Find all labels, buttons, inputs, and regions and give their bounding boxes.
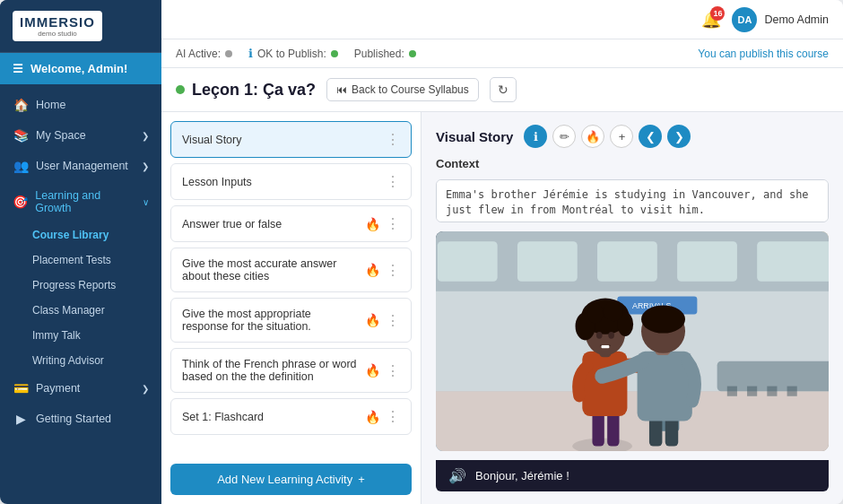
activity-icons: 🔥 ⋮	[365, 408, 400, 425]
ok-publish-label: OK to Publish:	[257, 48, 326, 60]
sidebar-item-getting-started[interactable]: ▶ Getting Started	[0, 404, 161, 434]
activity-icons: 🔥 ⋮	[365, 362, 400, 379]
dots-menu-icon[interactable]: ⋮	[386, 408, 400, 425]
nav-label-learning: Learning and Growth	[35, 189, 135, 214]
chevron-down-icon: ∨	[143, 197, 149, 207]
back-btn-label: Back to Course Syllabus	[352, 83, 469, 96]
nav-label-payment: Payment	[36, 382, 80, 395]
logo-text: IMMERSIO	[20, 14, 95, 30]
activity-lesson-inputs[interactable]: Lesson Inputs ⋮	[170, 163, 412, 200]
activity-icons: ⋮	[386, 173, 400, 190]
refresh-button[interactable]: ↻	[490, 77, 517, 102]
chevron-icon: ❯	[142, 161, 149, 171]
activity-accurate-answer[interactable]: Give the most accurate answer about thes…	[170, 248, 412, 292]
activity-label: Give the most accurate answer about thes…	[182, 257, 358, 282]
sidebar-item-immy-talk[interactable]: Immy Talk	[32, 323, 161, 348]
fire-icon: 🔥	[365, 410, 380, 424]
dots-menu-icon[interactable]: ⋮	[386, 262, 400, 279]
sidebar-sub-nav: Course Library Placement Tests Progress …	[0, 222, 161, 373]
activity-icons: 🔥 ⋮	[365, 312, 400, 329]
context-textarea[interactable]	[436, 179, 829, 222]
ok-publish-dot	[331, 50, 338, 57]
notification-count: 16	[710, 6, 725, 21]
avatar: DA	[732, 7, 757, 32]
activity-flashcard[interactable]: Set 1: Flashcard 🔥 ⋮	[170, 398, 412, 435]
notification-bell[interactable]: 🔔 16	[701, 10, 721, 30]
activity-appropriate-response[interactable]: Give the most appropriate response for t…	[170, 298, 412, 343]
publish-cta[interactable]: You can publish this course	[698, 48, 829, 60]
payment-icon: 💳	[13, 381, 29, 395]
sidebar-nav: 🏠 Home 📚 My Space ❯ 👥 User Management ❯ …	[0, 84, 161, 504]
sidebar-item-myspace[interactable]: 📚 My Space ❯	[0, 120, 161, 151]
published-label: Published:	[354, 48, 404, 60]
audio-icon: 🔊	[448, 467, 466, 484]
svg-rect-11	[767, 387, 777, 396]
activity-label: Think of the French phrase or word based…	[182, 358, 358, 383]
published-status: Published:	[354, 48, 416, 60]
nav-label-usermgmt: User Management	[36, 160, 128, 172]
back-icon: ⏮	[336, 83, 347, 96]
sidebar: IMMERSIO demo studio ☰ Welcome, Admin! 🏠…	[0, 0, 161, 504]
activity-answer-true-false[interactable]: Answer true or false 🔥 ⋮	[170, 205, 412, 242]
activity-icons: ⋮	[386, 131, 400, 148]
sidebar-item-home[interactable]: 🏠 Home	[0, 90, 161, 120]
svg-rect-9	[727, 387, 737, 396]
sidebar-item-usermgmt[interactable]: 👥 User Management ❯	[0, 151, 161, 181]
caption-bar: 🔊 Bonjour, Jérémie !	[436, 460, 829, 491]
activity-label: Give the most appropriate response for t…	[182, 308, 358, 333]
dots-menu-icon[interactable]: ⋮	[386, 215, 400, 232]
fire-icon: 🔥	[365, 363, 380, 378]
svg-rect-7	[757, 241, 829, 282]
user-info[interactable]: DA Demo Admin	[732, 7, 829, 32]
fire-icon: 🔥	[365, 313, 380, 327]
myspace-icon: 📚	[13, 128, 29, 143]
lesson-header: Leçon 1: Ça va? ⏮ Back to Course Syllabu…	[161, 68, 843, 112]
usermgmt-icon: 👥	[13, 159, 29, 173]
story-image: ARRIVALS	[436, 231, 829, 451]
published-dot	[409, 50, 416, 57]
sidebar-item-progress-reports[interactable]: Progress Reports	[32, 273, 161, 298]
sidebar-item-placement-tests[interactable]: Placement Tests	[32, 248, 161, 273]
prev-tool-button[interactable]: ❮	[639, 125, 662, 148]
dots-menu-icon[interactable]: ⋮	[386, 131, 400, 148]
sidebar-item-payment[interactable]: 💳 Payment ❯	[0, 373, 161, 404]
sidebar-welcome: ☰ Welcome, Admin!	[0, 53, 161, 84]
fire-tool-button[interactable]: 🔥	[581, 125, 604, 148]
lesson-title: Leçon 1: Ça va?	[176, 81, 316, 100]
dots-menu-icon[interactable]: ⋮	[386, 312, 400, 329]
content-area: Visual Story ⋮ Lesson Inputs ⋮ Answer tr…	[161, 112, 843, 504]
sidebar-item-learning[interactable]: 🎯 Learning and Growth ∨	[0, 181, 161, 222]
logo-sub: demo studio	[20, 30, 95, 38]
user-name: Demo Admin	[764, 13, 829, 26]
activity-icons: 🔥 ⋮	[365, 215, 400, 232]
nav-label-myspace: My Space	[36, 129, 86, 142]
play-icon: ▶	[13, 412, 29, 426]
dots-menu-icon[interactable]: ⋮	[386, 173, 400, 190]
add-activity-button[interactable]: Add New Learning Activity +	[170, 464, 412, 495]
dots-menu-icon[interactable]: ⋮	[386, 362, 400, 379]
activity-visual-story[interactable]: Visual Story ⋮	[170, 121, 412, 158]
svg-rect-28	[601, 345, 609, 348]
story-title: Visual Story	[436, 129, 513, 144]
svg-point-27	[608, 332, 614, 339]
ok-publish-status: ℹ OK to Publish:	[248, 47, 338, 60]
edit-tool-button[interactable]: ✏	[552, 125, 576, 148]
add-tool-button[interactable]: +	[610, 125, 633, 148]
home-icon: 🏠	[13, 98, 29, 112]
svg-rect-1	[436, 391, 829, 451]
chevron-icon: ❯	[142, 384, 149, 394]
next-tool-button[interactable]: ❯	[667, 125, 691, 148]
chevron-icon: ❯	[142, 131, 149, 141]
info-tool-button[interactable]: ℹ	[524, 125, 547, 148]
nav-label-home: Home	[36, 99, 65, 111]
hamburger-icon[interactable]: ☰	[13, 62, 23, 75]
context-label: Context	[436, 157, 829, 170]
activity-french-phrase[interactable]: Think of the French phrase or word based…	[170, 348, 412, 393]
status-bar: AI Active: ℹ OK to Publish: Published: Y…	[161, 39, 843, 68]
ai-active-status: AI Active:	[176, 48, 232, 60]
sidebar-item-writing-advisor[interactable]: Writing Advisor	[32, 348, 161, 373]
sidebar-item-class-manager[interactable]: Class Manager	[32, 298, 161, 323]
sidebar-item-course-library[interactable]: Course Library	[32, 222, 161, 248]
back-to-syllabus-button[interactable]: ⏮ Back to Course Syllabus	[326, 78, 479, 101]
plus-icon: +	[358, 473, 365, 486]
